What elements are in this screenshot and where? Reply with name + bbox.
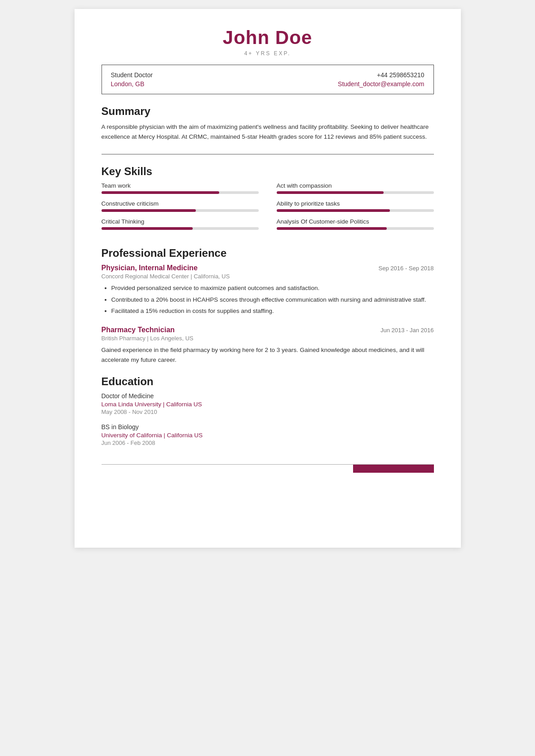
skill-bar-fill	[102, 209, 196, 212]
education-list: Doctor of MedicineLoma Linda University …	[102, 392, 434, 446]
candidate-name: John Doe	[102, 27, 434, 48]
footer-accent	[353, 465, 434, 473]
job-organization: Concord Regional Medical Center | Califo…	[102, 273, 434, 280]
job-title: Physician, Internal Medicine	[102, 264, 198, 272]
institution: University of California | California US	[102, 432, 434, 439]
skill-bar-background	[102, 209, 259, 212]
job-description: Gained experience in the field pharmacy …	[102, 345, 434, 365]
education-entry: BS in BiologyUniversity of California | …	[102, 423, 434, 446]
skill-bar-fill	[277, 209, 390, 212]
education-title: Education	[102, 375, 434, 388]
bullet-item: Facilitated a 15% reduction in costs for…	[111, 306, 434, 316]
skill-label: Ability to prioritize tasks	[277, 200, 434, 207]
skill-item: Constructive criticism	[102, 200, 259, 212]
skill-bar-background	[277, 191, 434, 194]
degree: Doctor of Medicine	[102, 392, 434, 400]
job-title: Pharmacy Technician	[102, 326, 175, 334]
skills-section: Key Skills Team workConstructive critici…	[102, 165, 434, 236]
location: London, GB	[111, 80, 153, 88]
skills-column: Team workConstructive criticismCritical …	[102, 182, 259, 236]
education-date: May 2008 - Nov 2010	[102, 409, 434, 415]
skill-label: Critical Thinking	[102, 218, 259, 225]
skills-grid: Team workConstructive criticismCritical …	[102, 182, 434, 236]
skill-item: Team work	[102, 182, 259, 194]
summary-title: Summary	[102, 105, 434, 118]
skill-label: Team work	[102, 182, 259, 189]
job-title: Student Doctor	[111, 71, 153, 79]
skill-label: Analysis Of Customer-side Politics	[277, 218, 434, 225]
skills-column: Act with compassionAbility to prioritize…	[277, 182, 434, 236]
skill-item: Act with compassion	[277, 182, 434, 194]
degree: BS in Biology	[102, 423, 434, 431]
contact-box: Student Doctor London, GB +44 2598653210…	[102, 65, 434, 94]
institution: Loma Linda University | California US	[102, 401, 434, 408]
education-entry: Doctor of MedicineLoma Linda University …	[102, 392, 434, 415]
job-date: Jun 2013 - Jan 2016	[380, 327, 434, 334]
skill-bar-background	[102, 227, 259, 230]
skill-item: Critical Thinking	[102, 218, 259, 230]
skill-item: Ability to prioritize tasks	[277, 200, 434, 212]
summary-text: A responsible physician with the aim of …	[102, 122, 434, 141]
job-date: Sep 2016 - Sep 2018	[379, 265, 434, 272]
contact-right: +44 2598653210 Student_doctor@example.co…	[338, 71, 424, 88]
job-bullets: Provided personalized service to maximiz…	[102, 283, 434, 316]
email: Student_doctor@example.com	[338, 80, 424, 88]
section-divider	[102, 154, 434, 154]
education-section: Education Doctor of MedicineLoma Linda U…	[102, 375, 434, 446]
experience-title: Professional Experience	[102, 247, 434, 259]
skill-bar-background	[277, 209, 434, 212]
skill-bar-background	[102, 191, 259, 194]
skill-label: Act with compassion	[277, 182, 434, 189]
experience-header: Pharmacy TechnicianJun 2013 - Jan 2016	[102, 326, 434, 334]
skill-bar-fill	[102, 227, 193, 230]
skill-bar-fill	[277, 227, 387, 230]
experience-section: Professional Experience Physician, Inter…	[102, 247, 434, 365]
experience-label: 4+ YRS EXP.	[102, 50, 434, 57]
skills-title: Key Skills	[102, 165, 434, 178]
bullet-item: Contributed to a 20% boost in HCAHPS sco…	[111, 295, 434, 305]
skill-bar-fill	[102, 191, 220, 194]
skill-item: Analysis Of Customer-side Politics	[277, 218, 434, 230]
resume-page: John Doe 4+ YRS EXP. Student Doctor Lond…	[75, 9, 461, 548]
experience-header: Physician, Internal MedicineSep 2016 - S…	[102, 264, 434, 272]
job-organization: British Pharmacy | Los Angeles, US	[102, 335, 434, 342]
summary-section: Summary A responsible physician with the…	[102, 105, 434, 141]
phone: +44 2598653210	[338, 71, 424, 79]
skill-bar-background	[277, 227, 434, 230]
skill-label: Constructive criticism	[102, 200, 259, 207]
footer-bar	[102, 465, 434, 473]
experience-entry: Pharmacy TechnicianJun 2013 - Jan 2016Br…	[102, 326, 434, 365]
education-date: Jun 2006 - Feb 2008	[102, 440, 434, 446]
header: John Doe 4+ YRS EXP.	[102, 27, 434, 57]
skill-bar-fill	[277, 191, 384, 194]
bullet-item: Provided personalized service to maximiz…	[111, 283, 434, 293]
experience-entry: Physician, Internal MedicineSep 2016 - S…	[102, 264, 434, 316]
experience-list: Physician, Internal MedicineSep 2016 - S…	[102, 264, 434, 365]
contact-left: Student Doctor London, GB	[111, 71, 153, 88]
